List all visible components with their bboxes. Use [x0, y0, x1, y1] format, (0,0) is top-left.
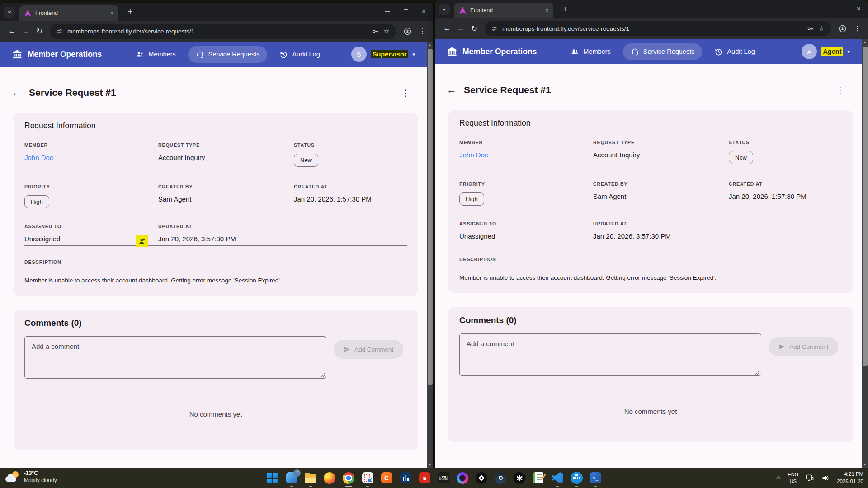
- scroll-down-icon[interactable]: ▼: [427, 461, 433, 468]
- amd-software-button[interactable]: a: [418, 472, 431, 484]
- folder-icon: [305, 474, 316, 483]
- tab-close-icon[interactable]: ×: [110, 10, 114, 16]
- tray-expand-chevron-icon[interactable]: [776, 476, 781, 480]
- member-link[interactable]: John Doe: [459, 151, 593, 159]
- nav-item-members[interactable]: Members: [563, 43, 618, 60]
- nav-item-service-requests[interactable]: Service Requests: [623, 43, 703, 60]
- tab-close-icon[interactable]: ×: [545, 7, 549, 14]
- powershell-button[interactable]: >_: [589, 472, 602, 484]
- assigned-to-value: Unassigned: [459, 232, 593, 240]
- url-bar[interactable]: memberops-frontend.fly.dev/service-reque…: [485, 21, 831, 36]
- tab-search-chevron-button[interactable]: [4, 7, 15, 18]
- weather-desc: Mostly cloudy: [24, 477, 57, 484]
- docker-button[interactable]: [570, 472, 583, 484]
- back-icon[interactable]: ←: [440, 24, 454, 33]
- comment-textarea[interactable]: [459, 333, 761, 376]
- firefox-button[interactable]: [323, 472, 336, 484]
- back-icon[interactable]: ←: [5, 27, 19, 36]
- bookmark-star-icon[interactable]: ☆: [819, 24, 825, 33]
- page-back-icon[interactable]: ←: [447, 84, 464, 96]
- app-navbar: Member Operations Members: [435, 39, 862, 64]
- browser-menu-icon[interactable]: ⋮: [854, 24, 861, 33]
- assign-user-button[interactable]: [136, 235, 148, 247]
- brand[interactable]: Member Operations: [12, 49, 102, 60]
- new-tab-button[interactable]: +: [125, 6, 136, 17]
- notepad-button[interactable]: [532, 472, 545, 484]
- request-type-label: REQUEST TYPE: [593, 140, 729, 145]
- volume-icon[interactable]: [821, 474, 830, 482]
- resize-grip-icon[interactable]: [321, 373, 325, 377]
- resize-grip-icon[interactable]: [755, 371, 760, 375]
- window-minimize-button[interactable]: [820, 9, 825, 9]
- network-icon[interactable]: [805, 474, 814, 482]
- password-key-icon[interactable]: [807, 25, 814, 33]
- page-menu-icon[interactable]: ⋮: [397, 88, 413, 98]
- empty-comments-text: No comments yet: [24, 410, 407, 418]
- weather-widget[interactable]: -13°C Mostly cloudy: [5, 470, 57, 484]
- nav-item-audit-log[interactable]: Audit Log: [707, 43, 762, 60]
- window-maximize-button[interactable]: [404, 9, 408, 14]
- new-tab-button[interactable]: +: [560, 4, 571, 14]
- url-bar[interactable]: memberops-frontend.fly.dev/service-reque…: [50, 24, 396, 39]
- steam-button[interactable]: [494, 472, 507, 484]
- tab-search-chevron-button[interactable]: [439, 4, 450, 15]
- widgets-button[interactable]: 7: [285, 472, 298, 484]
- reload-icon[interactable]: ↻: [467, 24, 481, 33]
- browser-tab[interactable]: Frontend ×: [454, 3, 553, 18]
- file-explorer-button[interactable]: [304, 472, 317, 484]
- nav-item-service-requests[interactable]: Service Requests: [188, 46, 268, 63]
- window-close-button[interactable]: ×: [857, 5, 861, 13]
- page-scrollbar[interactable]: ▲ ▼: [427, 42, 433, 468]
- chrome-button[interactable]: [342, 472, 355, 484]
- member-link[interactable]: John Doe: [24, 154, 158, 161]
- bookmark-star-icon[interactable]: ☆: [384, 27, 390, 35]
- clock[interactable]: 4:21 PM 2026-01-20: [837, 471, 863, 485]
- browser-menu-icon[interactable]: ⋮: [419, 27, 426, 35]
- media-app-button[interactable]: [399, 472, 412, 484]
- window-maximize-button[interactable]: [839, 7, 843, 11]
- scrollbar-thumb[interactable]: [863, 47, 868, 366]
- password-key-icon[interactable]: [372, 28, 379, 35]
- language-indicator[interactable]: ENG US: [788, 471, 798, 484]
- start-button[interactable]: [266, 472, 279, 484]
- page-scrollbar[interactable]: ▲ ▼: [862, 39, 868, 468]
- snipping-tool-button[interactable]: [361, 472, 374, 484]
- forward-icon[interactable]: →: [19, 27, 33, 36]
- headset-icon: [631, 47, 639, 56]
- site-settings-icon[interactable]: [491, 25, 498, 32]
- nav-item-audit-log[interactable]: Audit Log: [272, 46, 327, 63]
- add-comment-button[interactable]: Add Comment: [334, 340, 403, 359]
- steelseries-button[interactable]: [475, 472, 488, 484]
- page-back-icon[interactable]: ←: [12, 87, 29, 99]
- brand[interactable]: Member Operations: [447, 46, 537, 57]
- add-comment-label: Add Comment: [789, 343, 828, 350]
- scrollbar-thumb[interactable]: [428, 49, 433, 385]
- created-by-value: Sam Agent: [593, 192, 729, 200]
- epic-games-button[interactable]: EPICGAMES: [437, 472, 450, 484]
- user-menu[interactable]: A Agent ▾: [802, 44, 850, 59]
- ubisoft-connect-button[interactable]: [456, 472, 469, 484]
- forward-icon[interactable]: →: [454, 24, 467, 33]
- comment-textarea[interactable]: [24, 336, 326, 379]
- nav-item-members[interactable]: Members: [128, 46, 183, 63]
- window-minimize-button[interactable]: [385, 11, 390, 12]
- window-close-button[interactable]: ×: [422, 8, 426, 15]
- site-settings-icon[interactable]: [56, 28, 63, 35]
- scroll-down-icon[interactable]: ▼: [862, 461, 868, 468]
- chatgpt-button[interactable]: [513, 472, 526, 484]
- browser-tab[interactable]: Frontend ×: [19, 5, 118, 21]
- scroll-up-icon[interactable]: ▲: [427, 42, 433, 48]
- scroll-up-icon[interactable]: ▲: [862, 39, 868, 46]
- page-menu-icon[interactable]: ⋮: [832, 85, 848, 95]
- vscode-button[interactable]: [551, 472, 564, 484]
- browser-toolbar: ← → ↻ memberops-frontend.fly.dev/service…: [0, 21, 433, 42]
- created-by-value: Sam Agent: [158, 195, 294, 203]
- add-comment-button[interactable]: Add Comment: [769, 337, 838, 356]
- app-navbar: Member Operations Members: [0, 42, 427, 67]
- profile-icon[interactable]: [403, 27, 412, 36]
- comments-card: Comments (0) Add Comment No comments yet: [14, 310, 418, 450]
- reload-icon[interactable]: ↻: [33, 27, 46, 36]
- user-menu[interactable]: S Supervisor ▾: [351, 47, 415, 62]
- profile-icon[interactable]: [838, 24, 847, 33]
- orange-app-button[interactable]: C: [380, 472, 393, 484]
